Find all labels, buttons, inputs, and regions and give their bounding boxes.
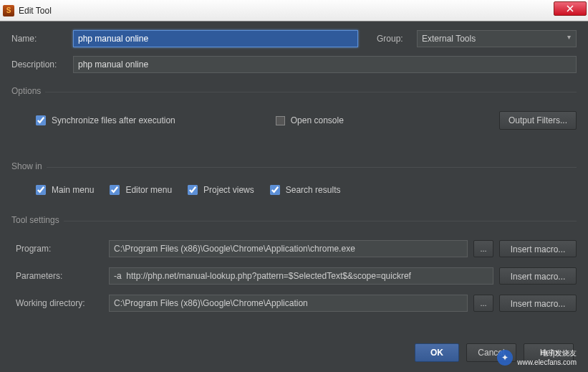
cancel-button[interactable]: Cancel [466, 343, 516, 362]
project-views-input[interactable] [188, 185, 198, 195]
parameters-input[interactable] [109, 267, 493, 285]
group-label: Group: [377, 34, 411, 44]
tool-settings-section-title: Tool settings [11, 211, 577, 221]
project-views-label: Project views [203, 185, 254, 195]
show-in-region: Main menu Editor menu Project views Sear… [11, 175, 577, 195]
description-input[interactable] [73, 56, 577, 73]
output-filters-button[interactable]: Output Filters... [499, 111, 577, 130]
parameters-row: Parameters: Insert macro... [11, 267, 577, 285]
name-input[interactable] [73, 30, 358, 47]
dialog-body: Name: Group: External Tools Description:… [0, 22, 588, 329]
options-section-title: Options [11, 82, 577, 92]
description-row: Description: [11, 56, 577, 73]
main-menu-input[interactable] [36, 185, 46, 195]
editor-menu-checkbox[interactable]: Editor menu [110, 185, 172, 195]
parameters-label: Parameters: [11, 271, 103, 281]
working-dir-browse-button[interactable]: ... [473, 295, 493, 312]
working-dir-label: Working directory: [11, 298, 103, 308]
open-console-label: Open console [291, 115, 344, 125]
working-dir-row: Working directory: ... Insert macro... [11, 295, 577, 312]
group-select[interactable]: External Tools [417, 30, 577, 47]
parameters-insert-macro-button[interactable]: Insert macro... [499, 267, 577, 285]
program-insert-macro-button[interactable]: Insert macro... [499, 240, 577, 257]
show-in-section-title: Show in [11, 157, 577, 168]
program-row: Program: ... Insert macro... [11, 240, 577, 257]
tool-settings-region: Program: ... Insert macro... Parameters:… [11, 229, 577, 312]
close-icon [567, 5, 574, 12]
ok-button[interactable]: OK [415, 343, 459, 362]
help-button[interactable]: Help [524, 343, 574, 362]
main-menu-label: Main menu [52, 185, 94, 195]
editor-menu-input[interactable] [110, 185, 120, 195]
program-browse-button[interactable]: ... [473, 240, 493, 257]
name-row: Name: Group: External Tools [11, 30, 577, 47]
close-button[interactable] [554, 1, 587, 16]
search-results-checkbox[interactable]: Search results [270, 185, 341, 195]
sync-checkbox-label: Synchronize files after execution [52, 115, 175, 125]
app-icon [3, 5, 14, 16]
search-results-input[interactable] [270, 185, 280, 195]
options-region: Synchronize files after execution Open c… [11, 100, 577, 130]
description-label: Description: [11, 59, 67, 70]
program-input[interactable] [109, 240, 468, 257]
window-title: Edit Tool [19, 6, 52, 16]
name-label: Name: [11, 34, 67, 44]
open-console-checkbox-box[interactable] [276, 116, 285, 125]
working-dir-insert-macro-button[interactable]: Insert macro... [499, 295, 577, 312]
project-views-checkbox[interactable]: Project views [188, 185, 254, 195]
editor-menu-label: Editor menu [125, 185, 172, 195]
working-dir-input[interactable] [109, 295, 468, 312]
group-select-wrap: External Tools [417, 30, 577, 47]
search-results-label: Search results [286, 185, 341, 195]
open-console-checkbox[interactable]: Open console [276, 115, 344, 125]
program-label: Program: [11, 244, 103, 254]
titlebar: Edit Tool [0, 0, 588, 22]
dialog-button-bar: OK Cancel Help [415, 343, 574, 362]
sync-checkbox-input[interactable] [36, 115, 46, 125]
main-menu-checkbox[interactable]: Main menu [36, 185, 94, 195]
sync-checkbox[interactable]: Synchronize files after execution [36, 115, 175, 125]
